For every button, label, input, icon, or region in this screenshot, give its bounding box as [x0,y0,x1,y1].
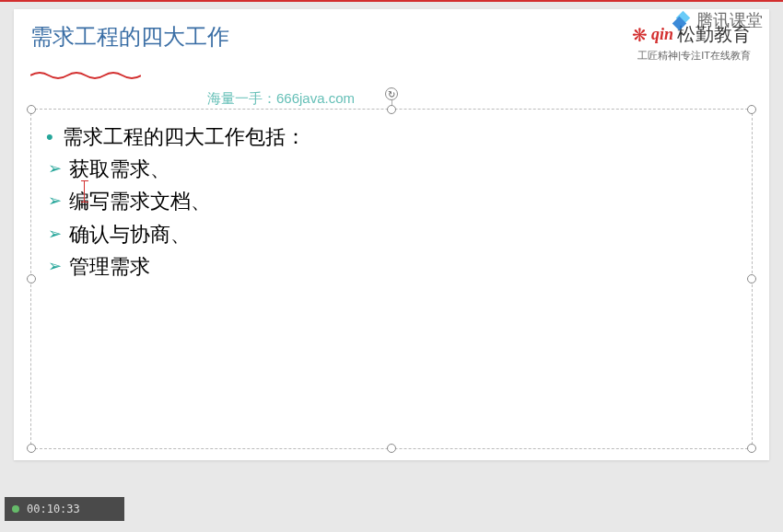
text-cursor-icon [84,180,86,202]
brand-mark-icon: ❋ [632,24,648,46]
resize-handle[interactable] [387,444,396,453]
divider-squiggle [30,70,769,81]
resize-handle[interactable] [747,274,756,283]
player-time: 00:10:33 [27,503,80,515]
list-item-text[interactable]: 确认与协商、 [69,218,191,250]
tencent-watermark: 腾讯课堂 [674,9,763,31]
content-list[interactable]: • 需求工程的四大工作包括： ➢ 获取需求、 ➢ 编写需求文档、 ➢ 确认与协商… [31,110,752,283]
resize-handle[interactable] [27,444,36,453]
bullet-arrow-icon: ➢ [48,185,62,216]
list-item: ➢ 编写需求文档、 [46,185,752,217]
resize-handle[interactable] [747,105,756,114]
live-indicator-icon [12,505,19,513]
rotate-handle-icon[interactable]: ↻ [385,87,398,100]
brand-tagline: 工匠精神|专注IT在线教育 [632,49,751,63]
tencent-label: 腾讯课堂 [696,9,763,31]
resize-handle[interactable] [387,105,396,114]
list-item: ➢ 确认与协商、 [46,218,752,250]
bullet-arrow-icon: ➢ [48,153,62,184]
top-border [0,0,783,2]
resize-handle[interactable] [27,274,36,283]
list-item-text[interactable]: 需求工程的四大工作包括： [63,121,306,153]
list-item-text[interactable]: 管理需求 [69,250,150,283]
resize-handle[interactable] [27,105,36,114]
bullet-arrow-icon: ➢ [48,218,62,249]
slide-title: 需求工程的四大工作 [30,22,229,63]
tencent-icon [674,12,691,29]
slide-header: 需求工程的四大工作 ❋ qin 松勤教育 工匠精神|专注IT在线教育 [14,9,769,66]
list-item: • 需求工程的四大工作包括： [46,121,752,153]
content-textbox[interactable]: ↻ • 需求工程的四大工作包括： ➢ 获取需求、 ➢ 编写需求文档、 ➢ [30,109,753,449]
bullet-arrow-icon: ➢ [48,250,62,282]
bullet-dot-icon: • [46,121,53,153]
list-item-text[interactable]: 编写需求文档、 [69,185,211,217]
list-item: ➢ 获取需求、 [46,153,752,185]
source-watermark: 海量一手：666java.com [207,90,355,108]
player-bar[interactable]: 00:10:33 [5,497,124,521]
resize-handle[interactable] [747,444,756,453]
slide: 需求工程的四大工作 ❋ qin 松勤教育 工匠精神|专注IT在线教育 海量一手：… [14,9,769,460]
list-item: ➢ 管理需求 [46,250,752,283]
brand-script: qin [651,25,673,44]
